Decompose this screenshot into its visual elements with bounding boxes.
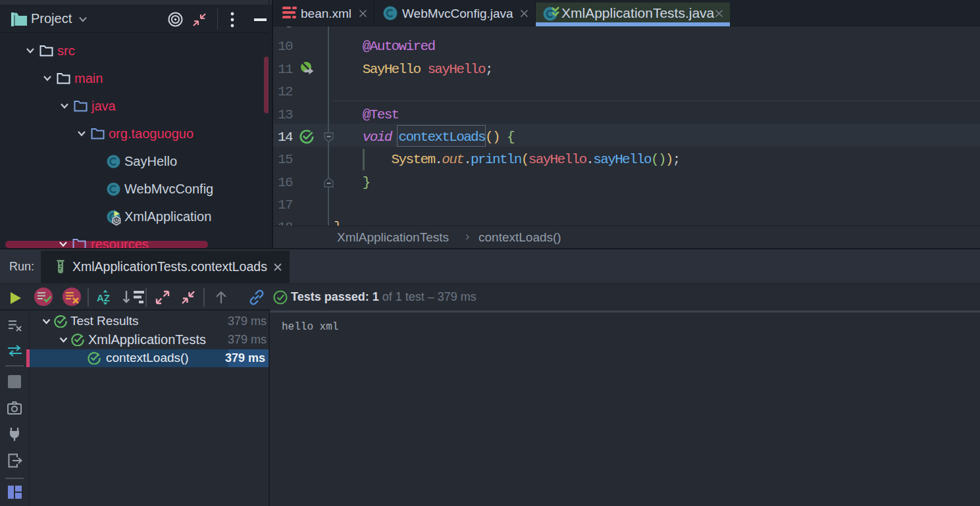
svg-text:AZ: AZ (97, 292, 110, 303)
